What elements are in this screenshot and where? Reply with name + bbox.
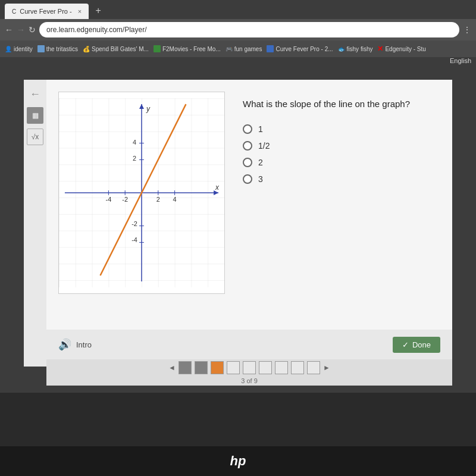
bookmark-curve-fever-icon bbox=[267, 45, 274, 52]
graph-svg: -4 -2 2 4 4 2 -2 -4 x y bbox=[59, 92, 224, 293]
refresh-icon[interactable]: ↻ bbox=[29, 25, 36, 35]
sidebar-sqrt-icon[interactable]: √x bbox=[27, 129, 43, 145]
address-bar-row: ← → ↻ ore.learn.edgenuity.com/Player/ ⋮ bbox=[0, 19, 476, 40]
radio-3[interactable] bbox=[243, 158, 252, 167]
progress-dot-2[interactable] bbox=[195, 361, 208, 374]
bookmark-edgenuity[interactable]: ✕ Edgenuity - Stu bbox=[377, 45, 425, 53]
bookmark-f2movies-icon bbox=[154, 45, 161, 52]
bookmark-f2movies[interactable]: F2Movies - Free Mo... bbox=[154, 45, 221, 52]
option-4[interactable]: 3 bbox=[243, 174, 440, 184]
bookmark-curve-fever[interactable]: Curve Fever Pro - 2... bbox=[267, 45, 333, 52]
back-icon[interactable]: ← bbox=[5, 25, 13, 35]
svg-text:x: x bbox=[215, 183, 220, 192]
question-text: What is the slope of the line on the gra… bbox=[243, 98, 440, 110]
address-text: ore.learn.edgenuity.com/Player/ bbox=[46, 26, 147, 34]
bookmark-fun-games-icon: 🎮 bbox=[226, 46, 233, 52]
done-button[interactable]: ✓ Done bbox=[393, 337, 440, 353]
bookmark-tritastics[interactable]: the tritastics bbox=[37, 45, 78, 52]
option-3-label: 2 bbox=[258, 158, 263, 167]
progress-dot-3[interactable] bbox=[211, 361, 224, 374]
graph-container: -4 -2 2 4 4 2 -2 -4 x y bbox=[58, 92, 225, 294]
progress-label: 3 of 9 bbox=[241, 377, 258, 384]
bookmark-bill-gates[interactable]: 💰 Spend Bill Gates' M... bbox=[83, 46, 149, 52]
svg-text:2: 2 bbox=[133, 155, 136, 162]
bookmark-tritastics-icon bbox=[37, 45, 45, 52]
intro-button[interactable]: 🔊 Intro bbox=[58, 338, 92, 351]
desktop: C Curve Fever Pro - × + ← → ↻ ore.learn.… bbox=[0, 0, 476, 476]
answer-options: 1 1/2 2 3 bbox=[243, 124, 440, 184]
bookmark-f2movies-label: F2Movies - Free Mo... bbox=[162, 46, 221, 52]
option-3[interactable]: 2 bbox=[243, 158, 440, 167]
bookmark-curve-fever-label: Curve Fever Pro - 2... bbox=[275, 46, 333, 52]
option-1-label: 1 bbox=[258, 124, 263, 134]
next-arrow[interactable]: ► bbox=[323, 364, 330, 372]
speaker-icon: 🔊 bbox=[58, 338, 71, 351]
svg-text:4: 4 bbox=[173, 196, 177, 203]
bookmark-bill-gates-label: Spend Bill Gates' M... bbox=[92, 46, 149, 52]
option-2-label: 1/2 bbox=[258, 141, 270, 151]
bookmark-identity-label: identity bbox=[14, 46, 33, 52]
done-label: Done bbox=[412, 340, 431, 349]
bookmark-fishy-icon: 🐟 bbox=[338, 46, 345, 52]
address-field[interactable]: ore.learn.edgenuity.com/Player/ bbox=[39, 22, 459, 37]
bookmarks-bar: 👤 identity the tritastics 💰 Spend Bill G… bbox=[0, 40, 476, 57]
svg-text:-2: -2 bbox=[131, 220, 137, 227]
progress-dot-5[interactable] bbox=[243, 361, 256, 374]
option-2[interactable]: 1/2 bbox=[243, 141, 440, 151]
sidebar-back-icon[interactable]: ← bbox=[27, 86, 43, 102]
bookmark-identity[interactable]: 👤 identity bbox=[5, 46, 33, 52]
prev-arrow[interactable]: ◄ bbox=[168, 364, 176, 372]
option-1[interactable]: 1 bbox=[243, 124, 440, 134]
bookmark-fun-games[interactable]: 🎮 fun games bbox=[226, 46, 262, 52]
progress-dot-8[interactable] bbox=[291, 361, 304, 374]
bookmark-edgenuity-label: Edgenuity - Stu bbox=[385, 46, 425, 52]
tab-title: Curve Fever Pro - bbox=[20, 8, 71, 15]
checkmark-icon: ✓ bbox=[402, 340, 409, 349]
svg-text:y: y bbox=[146, 105, 151, 113]
progress-dot-9[interactable] bbox=[307, 361, 320, 374]
bookmark-identity-icon: 👤 bbox=[5, 46, 12, 52]
svg-text:-4: -4 bbox=[106, 196, 112, 203]
bookmark-tritastics-label: the tritastics bbox=[46, 46, 78, 52]
svg-text:-4: -4 bbox=[131, 236, 137, 243]
progress-dot-6[interactable] bbox=[259, 361, 272, 374]
radio-1[interactable] bbox=[243, 124, 252, 134]
sidebar-calculator-icon[interactable]: ▦ bbox=[27, 107, 43, 124]
english-badge: English bbox=[450, 57, 471, 64]
svg-text:2: 2 bbox=[156, 196, 160, 203]
radio-4[interactable] bbox=[243, 174, 252, 184]
radio-2[interactable] bbox=[243, 141, 252, 151]
progress-dot-1[interactable] bbox=[178, 361, 192, 374]
taskbar: hp bbox=[0, 446, 476, 476]
bottom-controls: 🔊 Intro ✓ Done bbox=[46, 330, 452, 359]
progress-dot-4[interactable] bbox=[227, 361, 240, 374]
forward-icon[interactable]: → bbox=[17, 25, 25, 35]
bookmark-bill-gates-icon: 💰 bbox=[83, 46, 90, 52]
svg-text:4: 4 bbox=[133, 139, 136, 146]
hp-logo: hp bbox=[230, 453, 246, 469]
tab-bar: C Curve Fever Pro - × + bbox=[0, 0, 476, 19]
question-area: -4 -2 2 4 4 2 -2 -4 x y bbox=[46, 80, 452, 330]
svg-text:-2: -2 bbox=[122, 196, 128, 203]
bookmark-fun-games-label: fun games bbox=[234, 46, 262, 52]
question-right: What is the slope of the line on the gra… bbox=[243, 92, 440, 318]
option-4-label: 3 bbox=[258, 174, 263, 184]
new-tab-button[interactable]: + bbox=[91, 4, 105, 18]
tab-close-icon[interactable]: × bbox=[78, 8, 82, 15]
progress-area: ◄ ► 3 of 9 bbox=[46, 359, 452, 386]
progress-dot-7[interactable] bbox=[275, 361, 288, 374]
left-sidebar: ← ▦ √x bbox=[24, 80, 46, 367]
bookmark-fishy[interactable]: 🐟 fishy fishy bbox=[338, 46, 373, 52]
bookmark-edgenuity-icon: ✕ bbox=[377, 45, 383, 53]
tab-favicon: C bbox=[12, 8, 16, 15]
english-label: English bbox=[450, 57, 471, 64]
bookmark-fishy-label: fishy fishy bbox=[347, 46, 373, 52]
active-tab[interactable]: C Curve Fever Pro - × bbox=[5, 4, 89, 19]
extensions-icon[interactable]: ⋮ bbox=[463, 25, 471, 35]
intro-label: Intro bbox=[76, 340, 92, 349]
